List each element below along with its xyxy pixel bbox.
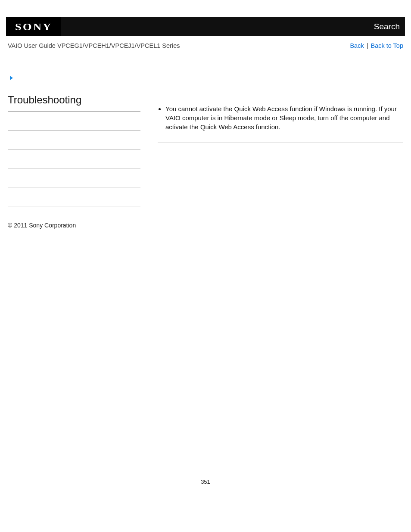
copyright: © 2011 Sony Corporation: [6, 222, 405, 229]
sidebar-item[interactable]: [8, 149, 140, 168]
sidebar: Troubleshooting: [8, 94, 140, 206]
sidebar-item[interactable]: [8, 187, 140, 206]
sidebar-item[interactable]: [8, 131, 140, 149]
content-divider: [158, 143, 403, 143]
page-number: 351: [6, 479, 405, 494]
main-content: You cannot activate the Quick Web Access…: [158, 94, 403, 143]
nav-separator: |: [367, 42, 368, 49]
nav-links: Back | Back to Top: [350, 42, 403, 49]
troubleshoot-bullet: You cannot activate the Quick Web Access…: [165, 104, 403, 137]
guide-title: VAIO User Guide VPCEG1/VPCEH1/VPCEJ1/VPC…: [8, 42, 180, 49]
back-to-top-link[interactable]: Back to Top: [371, 42, 403, 49]
search-link[interactable]: Search: [374, 22, 400, 31]
sony-logo: SONY: [15, 21, 53, 33]
sidebar-title: Troubleshooting: [8, 94, 140, 112]
sidebar-item[interactable]: [8, 112, 140, 131]
sidebar-item[interactable]: [8, 168, 140, 187]
logo-block: SONY: [6, 17, 61, 36]
back-link[interactable]: Back: [350, 42, 364, 49]
topbar: SONY Search: [6, 17, 405, 36]
subheader: VAIO User Guide VPCEG1/VPCEH1/VPCEJ1/VPC…: [6, 36, 405, 53]
chevron-icon: [9, 75, 405, 81]
